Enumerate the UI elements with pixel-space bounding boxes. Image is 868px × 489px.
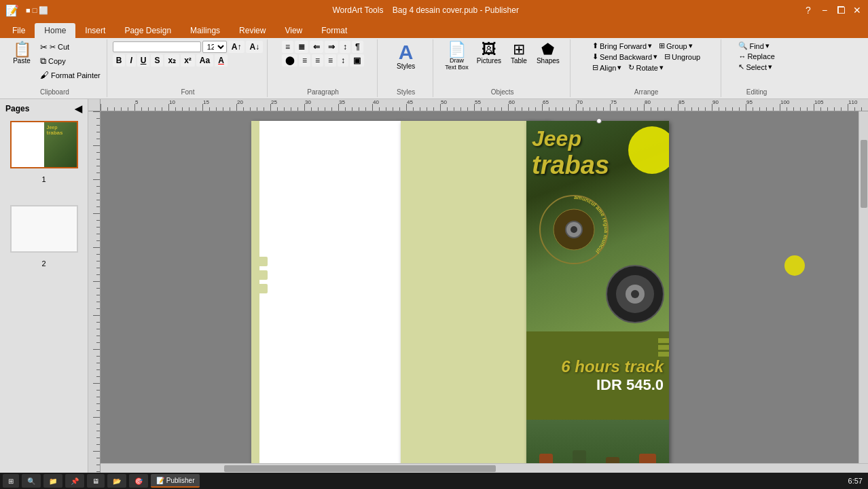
align-button[interactable]: ⊟ Align ▾ [590, 62, 624, 73]
tab-view[interactable]: View [275, 23, 312, 38]
indent-less-button[interactable]: ⇐ [310, 41, 323, 53]
ungroup-button[interactable]: ⊟ Ungroup [662, 52, 703, 62]
canvas-area[interactable]: 5101520253035404550556065707580859095100… [88, 99, 868, 473]
pinned-1[interactable]: 📌 [65, 474, 84, 488]
editing-content: 🔍 Find ▾ ↔ Replace ↖ Select ▾ [736, 41, 777, 96]
rotate-icon: ↻ [628, 63, 634, 72]
arrange-label: Arrange [572, 88, 721, 96]
font-label: Font [109, 88, 267, 96]
sort-button[interactable]: ↕ [340, 41, 350, 53]
paragraph-content: ≡ ≣ ⇐ ⇒ ↕ ¶ ⬤ ≡ ≡ ≡ ↕ ▣ [282, 41, 364, 96]
table-icon: ⊞ [513, 42, 525, 57]
italic-button[interactable]: I [126, 54, 135, 67]
superscript-button[interactable]: x² [181, 54, 195, 67]
h-scroll-thumb[interactable] [224, 465, 496, 472]
font-size-select[interactable]: 12 [202, 41, 227, 53]
font-content: 12 A↑ A↓ B I U S x₂ x² Aa A [113, 41, 263, 96]
align-left-button[interactable]: ⬤ [282, 54, 297, 67]
copy-button[interactable]: ⧉ Copy [38, 54, 103, 68]
page-2-number: 2 [3, 259, 85, 268]
change-case-button[interactable]: Aa [196, 54, 213, 67]
send-backward-button[interactable]: ⬇ Send Backward ▾ [590, 52, 660, 62]
styles-button[interactable]: A Styles [394, 41, 418, 71]
selection-handle-top[interactable] [596, 118, 602, 124]
paragraph-group: ≡ ≣ ⇐ ⇒ ↕ ¶ ⬤ ≡ ≡ ≡ ↕ ▣ Paragraph [269, 39, 378, 97]
page-left-strip [251, 121, 259, 473]
font-shrink-button[interactable]: A↓ [246, 41, 263, 53]
copy-label: Copy [48, 57, 66, 65]
align-center-button[interactable]: ≡ [299, 54, 310, 67]
table-label: Table [511, 57, 527, 65]
search-button[interactable]: 🔍 [22, 474, 41, 488]
font-color-button[interactable]: A [215, 54, 228, 67]
strikethrough-button[interactable]: S [151, 54, 163, 67]
select-label: Select [746, 63, 767, 71]
line-spacing-button[interactable]: ↕ [338, 54, 348, 67]
para-row-2: ⬤ ≡ ≡ ≡ ↕ ▣ [282, 54, 364, 67]
font-grow-button[interactable]: A↑ [228, 41, 245, 53]
horizontal-scrollbar[interactable] [88, 463, 868, 473]
maximize-button[interactable]: ⧠ [835, 5, 846, 16]
cover-circular-element: amuncul ame regua muncul [537, 192, 611, 267]
ungroup-icon: ⊟ [664, 52, 670, 61]
pinned-3[interactable]: 📂 [107, 474, 126, 488]
indent-more-button[interactable]: ⇒ [325, 41, 338, 53]
tab-file[interactable]: File [3, 23, 35, 38]
publisher-taskbar[interactable]: 📝 Publisher [151, 474, 200, 488]
task-view-button[interactable]: 📁 [43, 474, 62, 488]
cover-idr-text: IDR 545.0 [596, 376, 664, 394]
start-button[interactable]: ⊞ [3, 474, 19, 488]
vertical-scrollbar[interactable] [858, 99, 868, 463]
arrange-row-1: ⬆ Bring Forward ▾ ⊞ Group ▾ [590, 41, 695, 51]
bring-forward-button[interactable]: ⬆ Bring Forward ▾ [590, 41, 655, 51]
rotate-button[interactable]: ↻ Rotate ▾ [626, 62, 666, 73]
tab-review[interactable]: Review [230, 23, 275, 38]
select-button[interactable]: ↖ Select ▾ [736, 62, 775, 72]
format-painter-button[interactable]: 🖌 Format Painter [38, 69, 103, 82]
send-backward-icon: ⬇ [592, 52, 598, 61]
ribbon-tab-bar: File Home Insert Page Design Mailings Re… [0, 20, 868, 38]
tab-mailings[interactable]: Mailings [181, 23, 230, 38]
tab-insert[interactable]: Insert [75, 23, 115, 38]
pages-collapse-button[interactable]: ◀ [75, 103, 82, 114]
page-1-thumbnail[interactable]: Jeep trabas [10, 121, 78, 168]
shapes-button[interactable]: ⬟ Shapes [534, 41, 562, 66]
page-2-thumbnail[interactable] [10, 205, 78, 253]
pinned-2[interactable]: 🖥 [87, 474, 105, 488]
find-button[interactable]: 🔍 Find ▾ [736, 41, 772, 51]
svg-point-3 [571, 226, 577, 233]
shapes-label: Shapes [537, 57, 560, 65]
group-button[interactable]: ⊞ Group ▾ [656, 41, 695, 51]
numbering-button[interactable]: ≣ [295, 41, 308, 53]
stripe-3 [658, 352, 669, 357]
show-hide-button[interactable]: ¶ [352, 41, 363, 53]
minimize-button[interactable]: − [819, 5, 830, 16]
pages-panel: Pages ◀ Jeep trabas 1 2 [0, 99, 88, 473]
tab-format[interactable]: Format [312, 23, 357, 38]
subscript-button[interactable]: x₂ [164, 54, 179, 67]
paste-button[interactable]: 📋 Paste [7, 41, 37, 66]
page-2-preview [12, 206, 77, 251]
tab-page-design[interactable]: Page Design [115, 23, 181, 38]
bullets-button[interactable]: ≡ [282, 41, 293, 53]
align-arrow: ▾ [617, 63, 621, 72]
justify-button[interactable]: ≡ [325, 54, 336, 67]
bold-button[interactable]: B [113, 54, 126, 67]
ungroup-label: Ungroup [672, 53, 700, 61]
align-right-button[interactable]: ≡ [312, 54, 323, 67]
draw-text-box-button[interactable]: 📄 DrawText Box [442, 41, 471, 72]
cut-button[interactable]: ✂ ✂ Cut [38, 41, 103, 54]
cover-top-image: Jeep trabas amuncul ame regua muncul [526, 121, 669, 331]
table-button[interactable]: ⊞ Table [507, 41, 531, 66]
tab-home[interactable]: Home [35, 23, 75, 38]
shading-button[interactable]: ▣ [350, 54, 364, 67]
paragraph-label: Paragraph [269, 88, 377, 96]
font-name-select[interactable] [113, 41, 201, 52]
underline-button[interactable]: U [137, 54, 150, 67]
pinned-4[interactable]: 🎯 [129, 474, 148, 488]
v-scroll-thumb[interactable] [861, 140, 867, 208]
replace-button[interactable]: ↔ Replace [736, 52, 777, 61]
pictures-button[interactable]: 🖼 Pictures [474, 41, 504, 66]
close-button[interactable]: ✕ [852, 5, 863, 16]
help-button[interactable]: ? [803, 5, 814, 16]
